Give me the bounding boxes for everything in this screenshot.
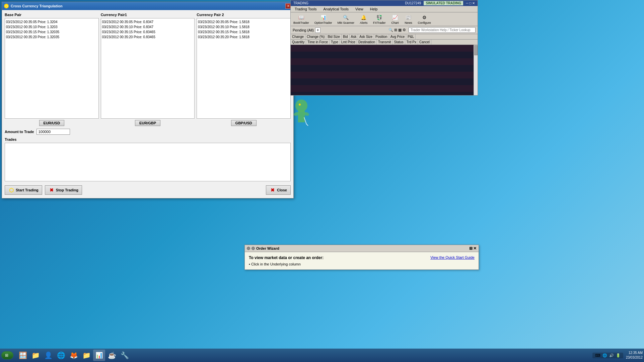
menu-trading-tools[interactable]: Trading Tools	[293, 7, 318, 11]
network-icon: 🌐	[602, 353, 607, 358]
account-number: DU127249	[405, 1, 421, 5]
pending-bar-icons: 🔍 ⊞ ▦ ⚙	[388, 28, 406, 32]
add-pending-button[interactable]: +	[315, 27, 320, 33]
toolbar-booktrader[interactable]: 📖 BookTrader	[292, 13, 310, 25]
taskbar-app-user[interactable]: 👤	[42, 350, 54, 361]
th-ask-size: Ask Size	[358, 34, 374, 39]
th-time-in-force: Time in Force	[306, 40, 330, 45]
currency-pair1-section: Currency Pair1 03/23/2012 00:35:05 Price…	[101, 13, 195, 126]
wizard-expand-btn[interactable]: ⊞	[469, 246, 473, 251]
news-label: News	[405, 21, 412, 24]
taskbar-app-folder[interactable]: 📁	[29, 350, 42, 361]
trading-body	[291, 45, 478, 95]
vertical-scrollbar[interactable]	[474, 45, 478, 95]
menu-view[interactable]: View	[354, 7, 365, 11]
taskbar-app-tools[interactable]: 🔧	[119, 350, 131, 361]
trading-row-6	[291, 78, 478, 85]
th-cancel: Cancel	[418, 40, 431, 45]
toolbar-news[interactable]: 📰 News	[403, 13, 414, 25]
alerts-label: Alerts	[360, 21, 367, 24]
start-trading-button[interactable]: ⬡ Start Trading	[5, 185, 42, 195]
search-tray-icon[interactable]: 🔍	[388, 28, 393, 32]
trades-label: Trades	[5, 137, 291, 141]
start-trading-label: Start Trading	[16, 188, 39, 192]
currency-pair1-button[interactable]: EUR/GBP	[135, 120, 160, 126]
trading-row-7	[291, 85, 478, 92]
quick-start-guide-link[interactable]: View the Quick Start Guide	[430, 255, 475, 259]
mktscanner-label: Mkt Scanner	[337, 21, 354, 24]
taskbar-app-folder2[interactable]: 📁	[80, 350, 92, 361]
currency-pair2-button[interactable]: GBP/USD	[231, 120, 257, 126]
amount-label: Amount to Trade	[5, 130, 34, 134]
windows-start-button[interactable]: ⊞	[1, 351, 13, 359]
amount-input[interactable]	[37, 129, 70, 135]
scrollbar-thumb[interactable]	[474, 45, 478, 55]
taskbar-app-explorer[interactable]: 🪟	[17, 350, 29, 361]
toolbar-fxtrader[interactable]: 💱 FXTrader	[372, 13, 387, 25]
taskbar-app-java[interactable]: ☕	[106, 350, 118, 361]
close-button[interactable]: ✖ Close	[266, 185, 291, 195]
toolbar-configure[interactable]: ⚙ Configure	[417, 13, 432, 25]
settings-icon[interactable]: ⚙	[403, 28, 406, 32]
toolbar-alerts[interactable]: 🔔 Alerts	[358, 13, 369, 25]
windows-logo-icon: ⊞	[5, 353, 8, 358]
pair1-row-4: 03/23/2012 00:35:20 Price: 0.83465	[102, 35, 194, 40]
sim-badge: SIMULATED TRADING	[424, 1, 463, 5]
fxtrader-label: FXTrader	[373, 21, 386, 24]
taskbar-app-ib[interactable]: 📊	[93, 350, 105, 361]
menu-help[interactable]: Help	[369, 7, 379, 11]
wizard-title-text: Order Wizard	[256, 246, 279, 250]
wizard-bullet: • Click in the Underlying column	[249, 262, 324, 266]
window-controls[interactable]: ─ □ ✕	[466, 1, 475, 5]
taskbar-app-firefox[interactable]: 🦊	[68, 350, 80, 361]
toolbar-chart[interactable]: 📈 Chart	[390, 13, 401, 25]
pair1-row-3: 03/23/2012 00:35:15 Price: 0.83465	[102, 29, 194, 35]
stop-trading-button[interactable]: ✖ Stop Trading	[45, 185, 82, 195]
currency-pair1-label: Currency Pair1	[101, 13, 195, 17]
toolbar-optiontrader[interactable]: 📊 OptionTrader	[313, 13, 334, 25]
chart-icon: 📈	[391, 14, 399, 21]
taskbar-apps: 🪟 📁 👤 🌐 🦊 📁 📊 ☕ 🔧	[17, 350, 131, 361]
filter-icon[interactable]: ▦	[398, 28, 402, 32]
ticker-search-input[interactable]	[409, 27, 476, 33]
base-pair-currency-button[interactable]: EUR/USD	[39, 120, 65, 126]
th-ask: Ask	[350, 34, 358, 39]
trading-label-left: TRADING	[293, 1, 308, 5]
base-pair-data-box: 03/23/2012 00:35:05 Price: 1.3204 03/23/…	[5, 18, 99, 119]
wizard-content: To view market data or create an order: …	[245, 252, 479, 269]
trades-box	[5, 143, 291, 181]
base-pair-row-1: 03/23/2012 00:35:05 Price: 1.3204	[6, 19, 97, 24]
toolbar-mktscanner[interactable]: 🔍 Mkt Scanner	[336, 13, 356, 25]
wizard-close-btn[interactable]: ✕	[473, 246, 477, 251]
pair1-row-1: 03/23/2012 00:35:05 Price: 0.8347	[102, 19, 194, 24]
pending-bar: Pending (All) + 🔍 ⊞ ▦ ⚙	[291, 26, 478, 34]
trading-row-4	[291, 65, 478, 72]
wizard-main-text: To view market data or create an order:	[249, 255, 324, 260]
trading-row-1	[291, 45, 478, 52]
pending-label: Pending (All)	[293, 28, 314, 32]
pair2-row-2: 03/23/2012 00:35:10 Price: 1.5818	[198, 24, 289, 29]
layout-icon[interactable]: ⊞	[394, 28, 397, 32]
th-trd-px: Trd Px	[405, 40, 418, 45]
svg-rect-1	[298, 111, 305, 122]
menu-analytical-tools[interactable]: Analytical Tools	[322, 7, 350, 11]
fxtrader-icon: 💱	[375, 14, 383, 21]
order-wizard: Order Wizard ⊞ ✕ To view market data or …	[244, 245, 479, 270]
currency-pair2-section: Currency Pair 2 03/23/2012 00:35:05 Pric…	[197, 13, 291, 126]
th-position: Position	[374, 34, 389, 39]
trades-section: Trades	[5, 137, 291, 181]
trading-menu-bar: Trading Tools Analytical Tools View Help	[291, 6, 478, 12]
booktrader-label: BookTrader	[293, 21, 309, 24]
volume-icon: 🔊	[609, 353, 614, 358]
th-destination: Destination	[357, 40, 377, 45]
wizard-title-buttons: ⊞ ✕	[469, 246, 477, 251]
th-quantity: Quantity	[291, 40, 306, 45]
clock-time: 12:35 AM	[626, 351, 643, 355]
table-header-top: Change Change (%) Bid Size Bid Ask Ask S…	[291, 34, 478, 40]
currency-pair2-data-box: 03/23/2012 00:35:05 Price: 1.5818 03/23/…	[197, 18, 291, 119]
wizard-title-bar: Order Wizard ⊞ ✕	[245, 245, 479, 252]
action-left: ⬡ Start Trading ✖ Stop Trading	[5, 185, 82, 195]
trading-row-5	[291, 72, 478, 78]
base-pair-section: Base Pair 03/23/2012 00:35:05 Price: 1.3…	[5, 13, 99, 126]
taskbar-app-ie[interactable]: 🌐	[55, 350, 67, 361]
